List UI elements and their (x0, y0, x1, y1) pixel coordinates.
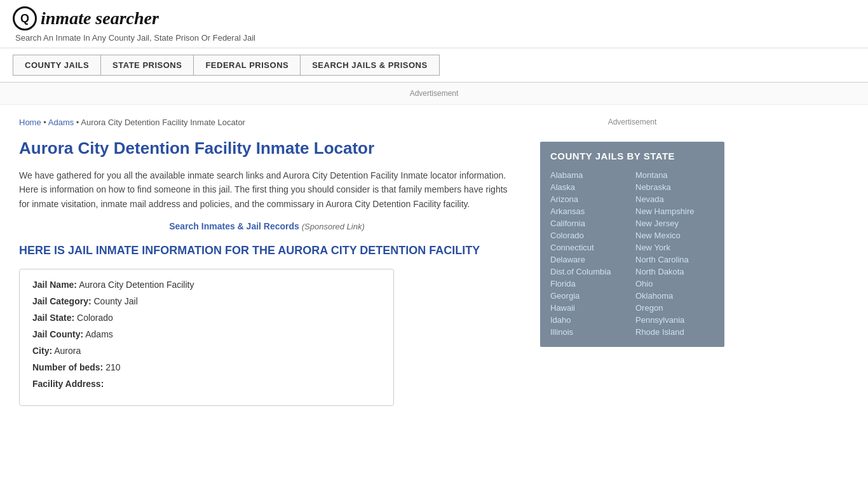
state-link-colorado[interactable]: Colorado (550, 229, 629, 241)
info-label-beds: Number of beds: (32, 362, 103, 372)
state-link-hawaii[interactable]: Hawaii (550, 302, 629, 314)
nav-county-jails[interactable]: COUNTY JAILS (13, 55, 100, 76)
info-label-city: City: (32, 346, 52, 356)
search-link[interactable]: Search Inmates & Jail Records (169, 221, 299, 231)
logo-area: Q inmate searcher (13, 6, 855, 30)
state-link-arizona[interactable]: Arizona (550, 193, 629, 205)
states-col2: MontanaNebraskaNevadaNew HampshireNew Je… (635, 169, 714, 338)
state-link-oklahoma[interactable]: Oklahoma (635, 290, 714, 302)
breadcrumb-home[interactable]: Home (19, 118, 41, 127)
info-label-county: Jail County: (32, 329, 83, 339)
state-link-connecticut[interactable]: Connecticut (550, 241, 629, 254)
sidebar-ad: Advertisement (540, 111, 724, 133)
page-title: Aurora City Detention Facility Inmate Lo… (19, 139, 515, 158)
state-link-nevada[interactable]: Nevada (635, 193, 714, 205)
section-heading: HERE IS JAIL INMATE INFORMATION FOR THE … (19, 244, 515, 257)
header: Q inmate searcher Search An Inmate In An… (0, 0, 868, 48)
description: We have gathered for you all the availab… (19, 168, 515, 211)
sponsored-label: (Sponsored Link) (302, 222, 365, 231)
state-link-new-mexico[interactable]: New Mexico (635, 229, 714, 241)
state-link-arkansas[interactable]: Arkansas (550, 205, 629, 217)
state-link-north-dakota[interactable]: North Dakota (635, 266, 714, 278)
state-link-montana[interactable]: Montana (635, 169, 714, 181)
ad-banner: Advertisement (0, 83, 868, 105)
state-link-idaho[interactable]: Idaho (550, 314, 629, 326)
state-link-alaska[interactable]: Alaska (550, 181, 629, 193)
logo-icon: Q (13, 6, 37, 30)
state-link-florida[interactable]: Florida (550, 278, 629, 290)
info-row-county: Jail County: Adams (32, 329, 381, 339)
breadcrumb-county[interactable]: Adams (48, 118, 74, 127)
info-label-jail-name: Jail Name: (32, 280, 77, 290)
breadcrumb-sep1: • (41, 118, 48, 127)
state-link-rhode-island[interactable]: Rhode Island (635, 326, 714, 338)
info-value-beds: 210 (105, 362, 120, 372)
county-jails-box: COUNTY JAILS BY STATE AlabamaAlaskaArizo… (540, 142, 724, 347)
info-row-city: City: Aurora (32, 346, 381, 356)
info-value-city: Aurora (54, 346, 81, 356)
states-col1: AlabamaAlaskaArizonaArkansasCaliforniaCo… (550, 169, 629, 338)
state-link-ohio[interactable]: Ohio (635, 278, 714, 290)
info-row-address: Facility Address: (32, 379, 381, 389)
tagline: Search An Inmate In Any County Jail, Sta… (15, 33, 855, 43)
info-box: Jail Name: Aurora City Detention Facilit… (19, 269, 394, 406)
info-value-state: Colorado (77, 313, 113, 323)
state-link-delaware[interactable]: Delaware (550, 254, 629, 266)
state-link-dist.of-columbia[interactable]: Dist.of Columbia (550, 266, 629, 278)
state-link-nebraska[interactable]: Nebraska (635, 181, 714, 193)
search-link-area: Search Inmates & Jail Records (Sponsored… (19, 221, 515, 231)
info-label-category: Jail Category: (32, 296, 92, 306)
state-link-alabama[interactable]: Alabama (550, 169, 629, 181)
breadcrumb-current: Aurora City Detention Facility Inmate Lo… (81, 118, 245, 127)
states-grid: AlabamaAlaskaArizonaArkansasCaliforniaCo… (550, 169, 714, 338)
info-value-category: County Jail (93, 296, 137, 306)
main-layout: Home • Adams • Aurora City Detention Fac… (0, 105, 868, 419)
info-label-state: Jail State: (32, 313, 74, 323)
breadcrumb: Home • Adams • Aurora City Detention Fac… (19, 118, 515, 127)
state-link-north-carolina[interactable]: North Carolina (635, 254, 714, 266)
breadcrumb-sep2: • (74, 118, 81, 127)
info-label-address: Facility Address: (32, 379, 104, 389)
state-link-georgia[interactable]: Georgia (550, 290, 629, 302)
info-row-state: Jail State: Colorado (32, 313, 381, 323)
nav-search-jails[interactable]: SEARCH JAILS & PRISONS (300, 55, 439, 76)
info-row-jail-name: Jail Name: Aurora City Detention Facilit… (32, 280, 381, 290)
nav: COUNTY JAILS STATE PRISONS FEDERAL PRISO… (0, 48, 868, 83)
info-value-county: Adams (85, 329, 113, 339)
info-row-beds: Number of beds: 210 (32, 362, 381, 372)
info-value-jail-name: Aurora City Detention Facility (79, 280, 194, 290)
county-jails-title: COUNTY JAILS BY STATE (550, 151, 714, 161)
content-area: Home • Adams • Aurora City Detention Fac… (0, 105, 534, 419)
state-link-illinois[interactable]: Illinois (550, 326, 629, 338)
state-link-new-york[interactable]: New York (635, 241, 714, 254)
logo-text: inmate searcher (41, 8, 159, 29)
state-link-new-jersey[interactable]: New Jersey (635, 217, 714, 229)
state-link-new-hampshire[interactable]: New Hampshire (635, 205, 714, 217)
state-link-pennsylvania[interactable]: Pennsylvania (635, 314, 714, 326)
nav-federal-prisons[interactable]: FEDERAL PRISONS (193, 55, 300, 76)
nav-state-prisons[interactable]: STATE PRISONS (100, 55, 193, 76)
sidebar: Advertisement COUNTY JAILS BY STATE Alab… (534, 105, 737, 419)
state-link-california[interactable]: California (550, 217, 629, 229)
state-link-oregon[interactable]: Oregon (635, 302, 714, 314)
info-row-category: Jail Category: County Jail (32, 296, 381, 306)
